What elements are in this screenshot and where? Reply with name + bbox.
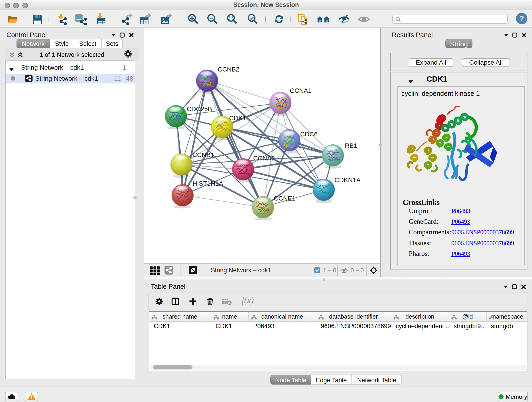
svg-text:CCNA1: CCNA1 (290, 87, 312, 94)
svg-text:CCNB2: CCNB2 (218, 66, 239, 73)
svg-text:CDK1: CDK1 (229, 115, 246, 122)
svg-text:CCNB1: CCNB1 (192, 151, 214, 158)
svg-text:CCNA2: CCNA2 (253, 155, 275, 162)
svg-text:HIST1H1A: HIST1H1A (192, 180, 223, 187)
svg-text:CCNE1: CCNE1 (274, 195, 296, 202)
svg-text:CDC6: CDC6 (300, 131, 317, 138)
svg-text:CDC25B: CDC25B (187, 105, 212, 113)
svg-text:RB1: RB1 (345, 142, 357, 149)
svg-text:CDKN1A: CDKN1A (335, 177, 361, 184)
